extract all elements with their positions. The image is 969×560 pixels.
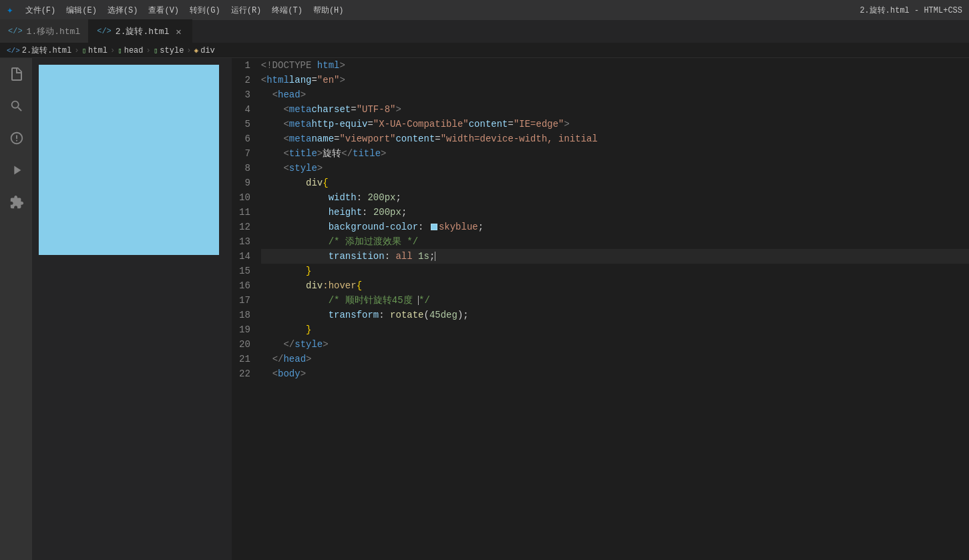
breadcrumb-head: ▯ head bbox=[118, 46, 143, 55]
breadcrumb-sep-4: › bbox=[186, 46, 191, 55]
menu-terminal[interactable]: 终端(T) bbox=[266, 2, 308, 19]
code-line-6: <meta name="viewport" content="width=dev… bbox=[261, 131, 969, 146]
breadcrumb-sep-2: › bbox=[110, 46, 115, 55]
breadcrumb-html: ▯ html bbox=[81, 46, 107, 55]
run-icon bbox=[9, 163, 24, 178]
extensions-icon bbox=[9, 195, 24, 210]
breadcrumb-div: ◈ div bbox=[194, 46, 215, 55]
code-line-15: } bbox=[261, 264, 969, 278]
code-line-22: <body> bbox=[261, 366, 969, 381]
editor[interactable]: 1 2 3 4 5 6 7 8 9 10 11 12 13 14 15 16 1… bbox=[232, 58, 969, 560]
menu-goto[interactable]: 转到(G) bbox=[184, 2, 226, 19]
activity-git[interactable] bbox=[0, 122, 32, 154]
activitybar bbox=[0, 58, 32, 560]
code-editor[interactable]: <!DOCTYPE html> <html lang="en"> <head> … bbox=[261, 58, 969, 560]
code-line-8: <style> bbox=[261, 161, 969, 176]
code-line-20: </style> bbox=[261, 337, 969, 352]
code-line-3: <head> bbox=[261, 87, 969, 102]
files-icon bbox=[9, 66, 25, 82]
code-line-11: height: 200px; bbox=[261, 205, 969, 220]
titlebar: ✦ 文件(F) 编辑(E) 选择(S) 查看(V) 转到(G) 运行(R) 终端… bbox=[0, 0, 969, 20]
git-icon bbox=[9, 131, 24, 146]
menu-file[interactable]: 文件(F) bbox=[20, 2, 61, 19]
code-line-9: div { bbox=[261, 176, 969, 190]
breadcrumb-sep-3: › bbox=[146, 46, 151, 55]
code-line-1: <!DOCTYPE html> bbox=[261, 58, 969, 73]
code-line-18: transform: rotate(45deg); bbox=[261, 308, 969, 322]
color-swatch-skyblue bbox=[431, 224, 437, 230]
main-area: 1 2 3 4 5 6 7 8 9 10 11 12 13 14 15 16 1… bbox=[0, 58, 969, 560]
code-line-4: <meta charset="UTF-8"> bbox=[261, 102, 969, 117]
activity-files[interactable] bbox=[0, 58, 32, 90]
tab-label: 1.移动.html bbox=[27, 25, 81, 37]
breadcrumb-style: ▯ style bbox=[154, 46, 184, 55]
code-line-5: <meta http-equiv="X-UA-Compatible" conte… bbox=[261, 117, 969, 131]
tab-label-active: 2.旋转.html bbox=[116, 25, 170, 37]
vscode-logo-icon: ✦ bbox=[7, 3, 13, 17]
tabbar: </> 1.移动.html </> 2.旋转.html ✕ bbox=[0, 20, 969, 43]
menu-select[interactable]: 选择(S) bbox=[102, 2, 144, 19]
activity-search[interactable] bbox=[0, 90, 32, 122]
tab-2-rotate[interactable]: </> 2.旋转.html ✕ bbox=[89, 19, 192, 43]
menu-view[interactable]: 查看(V) bbox=[143, 2, 184, 19]
code-line-17: /* 顺时针旋转45度 */ bbox=[261, 293, 969, 308]
tab-file-icon-active: </> bbox=[97, 27, 112, 36]
code-line-12: background-color: skyblue; bbox=[261, 220, 969, 234]
code-line-14: transition: all 1s; bbox=[261, 249, 969, 264]
tab-close-button[interactable]: ✕ bbox=[173, 26, 184, 37]
preview-panel bbox=[32, 58, 232, 560]
code-line-16: div:hover { bbox=[261, 278, 969, 293]
breadcrumb-head-icon: ▯ bbox=[118, 46, 122, 55]
breadcrumb-style-icon: ▯ bbox=[154, 46, 158, 55]
menu-run[interactable]: 运行(R) bbox=[226, 2, 267, 19]
code-line-7: <title>旋转</title> bbox=[261, 146, 969, 161]
titlebar-menu: ✦ 文件(F) 编辑(E) 选择(S) 查看(V) 转到(G) 运行(R) 终端… bbox=[7, 2, 962, 19]
breadcrumb-div-icon: ◈ bbox=[194, 46, 199, 55]
code-line-21: </head> bbox=[261, 352, 969, 366]
tab-1-moving[interactable]: </> 1.移动.html bbox=[0, 19, 89, 43]
editor-content[interactable]: 1 2 3 4 5 6 7 8 9 10 11 12 13 14 15 16 1… bbox=[232, 58, 969, 560]
menu-edit[interactable]: 编辑(E) bbox=[61, 2, 102, 19]
search-icon bbox=[9, 99, 24, 113]
breadcrumb: </> 2.旋转.html › ▯ html › ▯ head › ▯ styl… bbox=[0, 43, 969, 58]
code-line-10: width: 200px; bbox=[261, 190, 969, 205]
titlebar-right-title: 2.旋转.html - HTML+CSS bbox=[859, 5, 962, 16]
code-line-19: } bbox=[261, 322, 969, 337]
breadcrumb-file: </> 2.旋转.html bbox=[7, 45, 71, 56]
breadcrumb-html-icon: ▯ bbox=[81, 46, 86, 55]
line-numbers: 1 2 3 4 5 6 7 8 9 10 11 12 13 14 15 16 1… bbox=[232, 58, 261, 560]
tab-file-icon: </> bbox=[8, 27, 23, 36]
breadcrumb-sep-1: › bbox=[74, 46, 79, 55]
preview-div-element bbox=[39, 65, 219, 255]
breadcrumb-file-icon: </> bbox=[7, 47, 20, 55]
code-line-2: <html lang="en"> bbox=[261, 73, 969, 87]
menu-help[interactable]: 帮助(H) bbox=[308, 2, 349, 19]
activity-run[interactable] bbox=[0, 154, 32, 186]
code-line-13: /* 添加过渡效果 */ bbox=[261, 234, 969, 249]
activity-extensions[interactable] bbox=[0, 186, 32, 218]
